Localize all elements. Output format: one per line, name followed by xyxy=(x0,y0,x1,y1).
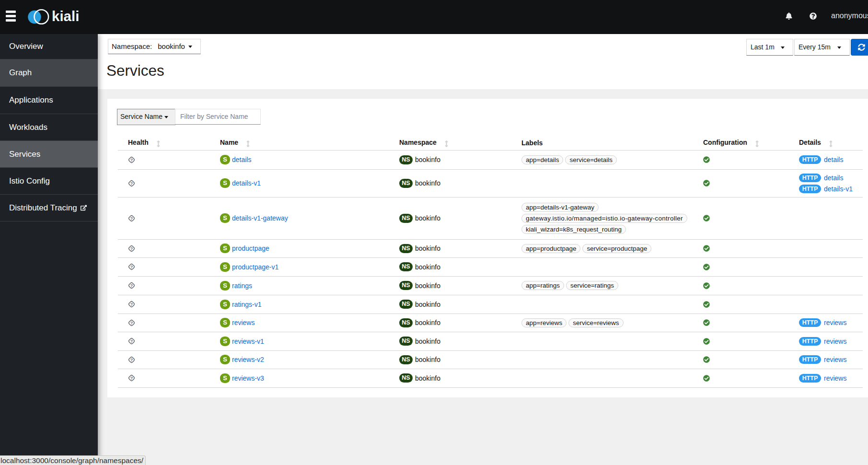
svg-text:?: ? xyxy=(130,357,133,362)
svg-text:?: ? xyxy=(130,181,133,186)
svg-text:?: ? xyxy=(130,283,133,288)
svg-text:?: ? xyxy=(130,376,133,381)
svg-text:?: ? xyxy=(130,246,133,251)
svg-text:?: ? xyxy=(130,265,133,269)
svg-text:?: ? xyxy=(130,216,133,221)
svg-text:?: ? xyxy=(130,320,133,325)
svg-text:?: ? xyxy=(130,302,133,307)
svg-text:?: ? xyxy=(130,339,133,344)
svg-text:?: ? xyxy=(130,157,133,162)
